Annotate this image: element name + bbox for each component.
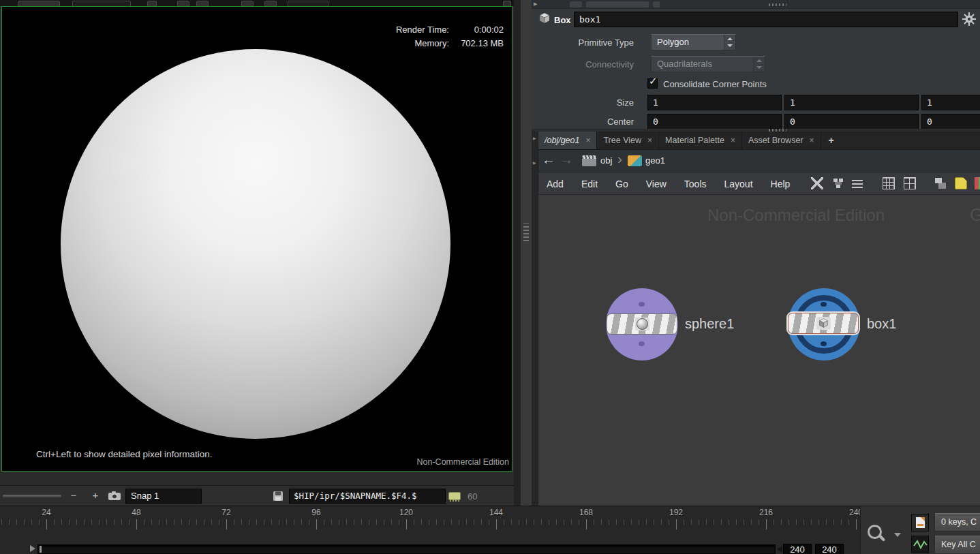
collapse-arrow-icon[interactable]: ▶ [534,1,537,7]
node-input-connector[interactable] [821,302,827,307]
close-icon[interactable]: × [585,136,590,145]
divider-grip[interactable] [769,3,786,6]
color-palette-icon[interactable] [975,177,980,189]
collapse-arrow-icon[interactable]: ▶ [533,136,536,140]
toolbar-icon[interactable] [147,1,157,6]
image-icon[interactable] [196,1,209,6]
tab-tree-view[interactable]: Tree View × [597,132,659,149]
camera-icon[interactable] [108,491,121,501]
size-z-field[interactable]: 1 [921,95,980,110]
camera-icon[interactable] [177,1,189,6]
gear-icon[interactable] [962,12,977,27]
toolbar-field[interactable] [288,1,328,6]
tab-obj-geo1[interactable]: /obj/geo1 × [538,132,597,149]
grid-view-icon[interactable] [883,177,895,189]
node-input-connector[interactable] [639,302,645,307]
toolbar-icon[interactable] [653,1,660,7]
collapse-arrow-icon[interactable]: ▶ [533,160,536,165]
snapshot-name-field[interactable]: Snap 1 [125,489,202,504]
toolbar-chip[interactable] [18,1,60,6]
center-y-field[interactable]: 0 [784,114,919,129]
size-y-field[interactable]: 1 [784,95,919,110]
close-icon[interactable]: × [810,136,814,145]
node-sphere1-label: sphere1 [685,316,734,332]
timeline-tick: 72 [221,508,230,517]
node-name-field[interactable]: box1 [574,12,958,27]
range-left-arrow-icon[interactable] [777,546,782,553]
save-path-icon[interactable] [273,491,284,502]
end-frame-field[interactable]: 240 [783,544,812,554]
menu-layout[interactable]: Layout [724,179,753,189]
rendered-sphere-image [61,49,450,439]
menu-help[interactable]: Help [771,179,791,189]
render-stats: Render Time: 0:00:02 Memory: 702.13 MB [396,25,504,48]
network-watermark-clipped: G [970,204,980,226]
flipbook-button[interactable] [911,514,929,532]
motion-view-button[interactable] [911,536,929,553]
menu-edit[interactable]: Edit [581,179,598,189]
playbar-track[interactable] [37,544,776,554]
snapshot-path-field[interactable]: $HIP/ipr/$SNAPNAME.$F4.$ [289,489,446,504]
checkmark-icon: ✓ [649,75,658,87]
split-panes-icon[interactable] [934,177,947,189]
list-view-icon[interactable] [851,177,863,189]
breadcrumb-obj[interactable]: obj [600,155,612,166]
timeline-tick: 240 [849,508,860,517]
node-output-connector[interactable] [821,341,827,346]
menu-go[interactable]: Go [615,179,628,189]
pane-divider-vertical[interactable] [521,0,532,506]
toolbar-icon[interactable] [503,1,511,6]
size-x-field[interactable]: 1 [647,95,782,110]
menu-view[interactable]: View [646,179,667,189]
toolbar-field[interactable] [72,1,131,6]
network-canvas[interactable]: Non-Commercial Edition G sphere1 [538,195,980,506]
new-tab-button[interactable]: + [821,132,842,149]
snapshot-blend-slider[interactable] [3,495,61,497]
tab-asset-browser[interactable]: Asset Browser × [742,132,821,149]
grid-detail-icon[interactable] [904,177,916,189]
magnifier-icon[interactable] [868,525,882,539]
toolbar-icon[interactable] [241,1,254,6]
range-end-field[interactable]: 240 [815,544,844,554]
render-viewport[interactable]: Render Time: 0:00:02 Memory: 702.13 MB C… [1,6,512,472]
primitive-type-value: Polygon [652,35,735,50]
menu-add[interactable]: Add [547,179,564,189]
spinner-icon[interactable] [724,35,735,50]
toolbar-dropdown[interactable] [586,1,649,7]
toolbar-icon[interactable] [264,1,277,6]
node-box1-body[interactable] [788,313,859,334]
forward-arrow-icon[interactable]: → [560,152,573,168]
hierarchy-icon[interactable] [832,177,844,189]
close-icon[interactable]: × [731,136,735,145]
timeline-ruler[interactable] [0,519,860,529]
keys-info-button[interactable]: 0 keys, C [934,513,980,532]
primitive-type-dropdown[interactable]: Polygon [651,34,736,50]
node-sphere1-body[interactable] [607,313,677,335]
key-all-button[interactable]: Key All C [934,536,980,554]
tools-icon[interactable] [811,177,823,189]
close-icon[interactable]: × [647,136,652,145]
consolidate-checkbox[interactable]: ✓ [647,78,658,89]
timeline-ruler-area[interactable]: 24 48 72 96 120 144 168 192 216 240 [0,506,860,536]
timeline-tick: 144 [489,508,503,517]
render-watermark: Non-Commercial Edition [417,457,509,467]
toolbar-icon[interactable] [570,1,582,7]
playhead-icon[interactable] [30,545,35,552]
current-frame-marker[interactable] [40,546,42,553]
back-arrow-icon[interactable]: ← [542,152,555,168]
menu-tools[interactable]: Tools [684,179,707,189]
center-x-field[interactable]: 0 [647,114,782,129]
center-z-field[interactable]: 0 [921,114,980,129]
dropdown-caret-icon[interactable] [894,533,901,537]
center-label: Center [532,117,634,127]
node-output-connector[interactable] [639,341,645,346]
network-editor: ▶ ▶ /obj/geo1 × Tree View × Material Pal… [532,132,980,506]
sticky-note-icon[interactable] [955,177,967,189]
breadcrumb-geo1[interactable]: geo1 [645,155,665,166]
tab-material-palette[interactable]: Material Palette × [659,132,742,149]
timeline-tick: 48 [132,508,140,517]
plus-button[interactable]: + [89,489,102,501]
divider-grip[interactable] [523,224,529,241]
minus-button[interactable]: − [67,489,80,501]
tab-label: Material Palette [665,136,724,145]
